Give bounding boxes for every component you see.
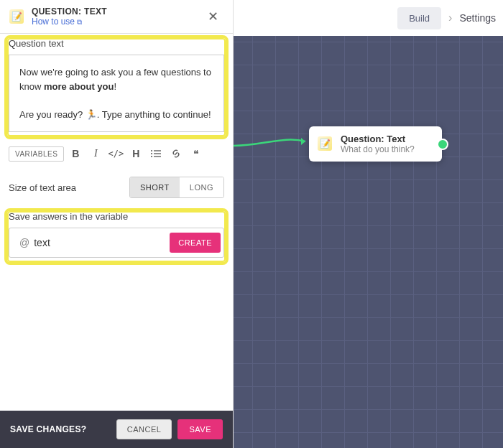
variable-input-row: @ CREATE <box>9 228 224 258</box>
howto-link[interactable]: How to use⧉ <box>32 17 195 27</box>
node-output-handle[interactable] <box>437 139 448 150</box>
size-toggle: SHORT LONG <box>129 177 224 198</box>
italic-icon[interactable]: I <box>87 145 104 162</box>
settings-tab[interactable]: Settings <box>459 12 496 24</box>
node-subtitle: What do you think? <box>341 144 432 154</box>
size-long-button[interactable]: LONG <box>180 177 223 197</box>
panel-footer: SAVE CHANGES? CANCEL SAVE <box>0 411 233 448</box>
svg-point-5 <box>151 156 152 157</box>
variable-label: Save answers in the variable <box>9 211 224 222</box>
link-icon[interactable] <box>167 145 185 162</box>
question-text-icon: 📝 <box>9 9 24 24</box>
variable-input[interactable] <box>34 231 170 254</box>
external-link-icon: ⧉ <box>77 18 82 26</box>
question-text-editor[interactable]: Now we're going to ask you a few questio… <box>9 55 224 132</box>
question-text-section: Question text Now we're going to ask you… <box>0 34 233 142</box>
node-title: Question: Text <box>341 134 432 144</box>
canvas-topbar: Build › Settings <box>234 0 503 36</box>
bold-icon[interactable]: B <box>67 145 84 162</box>
svg-point-3 <box>151 150 152 151</box>
size-label: Size of text area <box>9 182 76 193</box>
variables-button[interactable]: VARIABLES <box>9 146 64 162</box>
close-icon[interactable]: ✕ <box>202 6 224 27</box>
svg-point-4 <box>151 153 152 154</box>
panel-header: 📝 QUESTION: TEXT How to use⧉ ✕ <box>0 0 233 34</box>
footer-label: SAVE CHANGES? <box>10 424 111 434</box>
question-text-node[interactable]: 📝 Question: Text What do you think? <box>309 126 442 162</box>
code-icon[interactable]: </> <box>107 145 124 162</box>
svg-marker-6 <box>301 138 305 145</box>
size-section: Size of text area SHORT LONG <box>0 168 233 207</box>
save-button[interactable]: SAVE <box>177 419 223 439</box>
heading-icon[interactable]: H <box>127 145 144 162</box>
variable-section: Save answers in the variable @ CREATE <box>0 207 233 268</box>
build-tab[interactable]: Build <box>397 7 441 29</box>
list-icon[interactable] <box>147 145 165 162</box>
flow-canvas[interactable]: Build › Settings 📝 Question: Text What d… <box>234 0 503 448</box>
breadcrumb-sep: › <box>448 11 452 24</box>
quote-icon[interactable]: ❝ <box>188 145 205 162</box>
size-short-button[interactable]: SHORT <box>130 177 180 197</box>
editor-panel: 📝 QUESTION: TEXT How to use⧉ ✕ Question … <box>0 0 234 448</box>
question-text-label: Question text <box>9 38 224 49</box>
cancel-button[interactable]: CANCEL <box>116 419 172 439</box>
panel-title: QUESTION: TEXT <box>32 6 195 17</box>
format-toolbar: VARIABLES B I </> H ❝ <box>0 142 233 168</box>
create-button[interactable]: CREATE <box>170 233 221 253</box>
at-icon: @ <box>12 237 34 248</box>
node-icon: 📝 <box>318 136 333 152</box>
connection-arrow <box>234 140 311 157</box>
